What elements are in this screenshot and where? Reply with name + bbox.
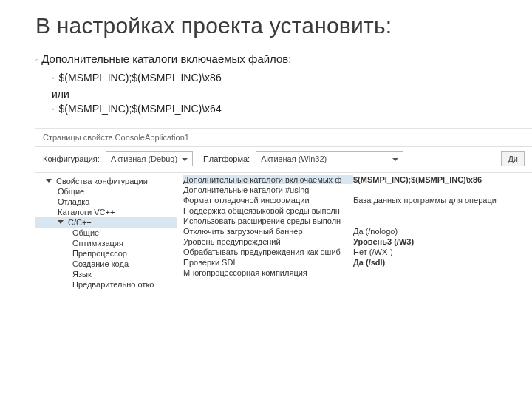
property-row[interactable]: Многопроцессорная компиляция [177,267,532,278]
tree-item-cpp-codegen[interactable]: Создание кода [35,259,177,269]
property-key: Отключить загрузочный баннер [183,227,353,236]
property-key: Формат отладочной информации [183,196,353,205]
property-row[interactable]: Поддержка общеязыковой среды выполн [177,205,532,216]
bullet-marker: ◦ [52,72,55,85]
tree-item-cpp-optimization[interactable]: Оптимизация [35,238,177,248]
property-value[interactable]: $(MSMPI_INC);$(MSMPI_INC)\x86 [353,175,482,184]
property-key: Уровень предупреждений [183,237,353,246]
slide-title: В настройках проекта установить: [35,13,532,39]
platform-label: Платформа: [203,154,250,163]
property-key: Использовать расширение среды выполн [183,216,353,225]
bullet-include-dirs: Дополнительные каталоги включаемых файло… [41,52,291,67]
tree-item-general[interactable]: Общие [35,186,177,197]
configuration-value: Активная (Debug) [111,154,177,163]
property-key: Дополнительные каталоги включаемых ф [183,175,353,184]
property-pages-dialog: Страницы свойств ConsoleApplication1 Кон… [35,128,532,293]
chevron-down-icon [58,220,64,224]
property-key: Дополнительные каталоги #using [183,185,353,194]
configuration-select[interactable]: Активная (Debug) [106,151,193,166]
property-row[interactable]: Дополнительные каталоги #using [177,185,532,195]
property-value[interactable]: Да (/sdl) [353,258,385,267]
property-grid[interactable]: Дополнительные каталоги включаемых ф$(MS… [177,173,532,293]
tree-item-cpp-precompiled[interactable]: Предварительно отко [35,279,177,290]
tree-item-cpp-preprocessor[interactable]: Препроцессор [35,248,177,259]
property-key: Поддержка общеязыковой среды выполн [183,206,353,215]
config-manager-label: Ди [508,154,518,163]
property-row[interactable]: Проверки SDLДа (/sdl) [177,257,532,267]
tree-root-label: Свойства конфигурации [56,177,148,185]
tree-item-cpp-language[interactable]: Язык [35,269,177,279]
property-key: Обрабатывать предупреждения как ошиб [183,248,353,256]
property-value[interactable]: База данных программы для операци [353,196,497,205]
config-bar: Конфигурация: Активная (Debug) Платформа… [35,146,532,173]
config-manager-button[interactable]: Ди [501,151,525,166]
tree-item-debug[interactable]: Отладка [35,197,177,207]
tree-item-cpp[interactable]: C/C++ [35,217,177,228]
tree-cpp-label: C/C++ [68,218,92,227]
property-value[interactable]: Нет (/WX-) [353,248,393,256]
property-value[interactable]: Да (/nologo) [353,227,398,236]
property-row[interactable]: Дополнительные каталоги включаемых ф$(MS… [177,174,532,185]
tree-view[interactable]: Свойства конфигурации Общие Отладка Ката… [35,173,177,293]
tree-item-vcdirs[interactable]: Каталоги VC++ [35,207,177,217]
property-key: Проверки SDL [183,258,353,267]
property-row[interactable]: Уровень предупрежденийУровень3 (/W3) [177,236,532,247]
property-row[interactable]: Формат отладочной информацииБаза данных … [177,195,532,205]
tree-root[interactable]: Свойства конфигурации [35,176,177,186]
property-row[interactable]: Обрабатывать предупреждения как ошибНет … [177,247,532,257]
dialog-title: Страницы свойств ConsoleApplication1 [35,129,532,146]
tree-item-cpp-general[interactable]: Общие [35,228,177,238]
property-value[interactable]: Уровень3 (/W3) [353,237,414,246]
chevron-down-icon [46,179,52,183]
property-row[interactable]: Использовать расширение среды выполн [177,216,532,226]
platform-select[interactable]: Активная (Win32) [256,151,403,166]
property-row[interactable]: Отключить загрузочный баннерДа (/nologo) [177,226,532,236]
bullet-marker: ◦ [52,103,55,116]
bullet-x64-path: $(MSMPI_INC);$(MSMPI_INC)\x64 [59,103,222,116]
bullet-or: или [52,88,532,100]
bullet-x86-path: $(MSMPI_INC);$(MSMPI_INC)\x86 [59,72,222,85]
bullet-marker: ◦ [35,52,38,67]
platform-value: Активная (Win32) [261,154,327,163]
configuration-label: Конфигурация: [43,154,100,163]
property-key: Многопроцессорная компиляция [183,268,353,277]
